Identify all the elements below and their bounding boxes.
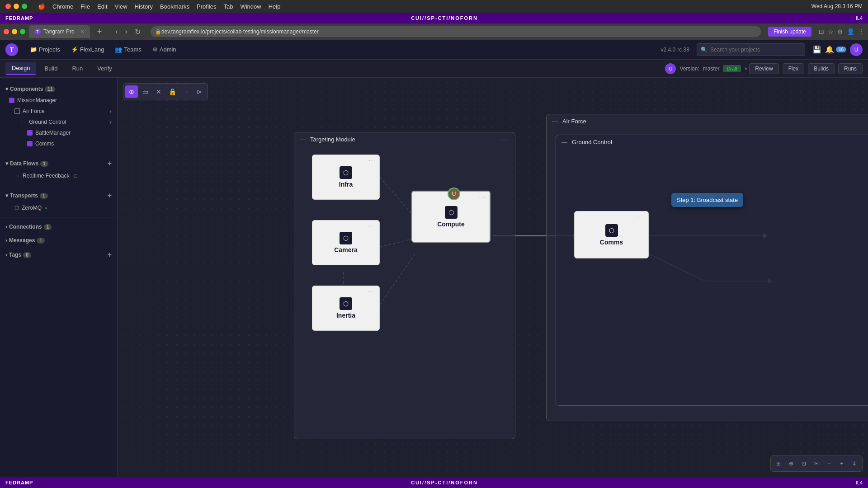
canvas-tool-lock[interactable]: 🔒 (166, 85, 179, 98)
targeting-module-collapse[interactable]: — (300, 136, 306, 143)
mini-tool-screenshot[interactable]: ✂ (811, 458, 822, 469)
browser-tab[interactable]: T Tangram Pro ✕ (29, 25, 90, 38)
mac-menu-edit[interactable]: Edit (97, 3, 107, 10)
bookmark-icon[interactable]: ☆ (828, 28, 834, 35)
mac-menu-view[interactable]: View (115, 3, 127, 10)
version-label: Version: (679, 66, 699, 72)
mac-menu-window[interactable]: Window (240, 3, 261, 10)
cast-icon[interactable]: ⊡ (819, 28, 824, 35)
refresh-button[interactable]: ↻ (132, 27, 143, 37)
maximize-button[interactable] (22, 4, 27, 9)
mac-menu-history[interactable]: History (135, 3, 153, 10)
airforce-collapse[interactable]: — (552, 118, 558, 125)
canvas-tool-rectangle[interactable]: ▭ (139, 85, 151, 98)
back-button[interactable]: ‹ (113, 27, 120, 37)
mini-tool-download[interactable]: ⇓ (849, 458, 860, 469)
dataflows-add-icon[interactable]: + (108, 160, 112, 168)
infra-node[interactable]: ··· ⬡ Infra (312, 155, 380, 200)
mac-menu-tab[interactable]: Tab (223, 3, 233, 10)
comms-node[interactable]: ··· ⬡ Comms (574, 211, 649, 258)
finish-update-button[interactable]: Finish update (768, 27, 811, 37)
browser-close[interactable] (4, 29, 9, 34)
sidebar-dataflows-header[interactable]: ▾ Data Flows 1 + (0, 157, 117, 170)
nav-teams[interactable]: 👥 Teams (110, 44, 146, 55)
close-button[interactable] (5, 4, 11, 9)
flex-button[interactable]: Flex (783, 63, 805, 74)
notifications-area[interactable]: 🔔 16 (825, 45, 846, 54)
targeting-module-header: — Targeting Module ··· (294, 132, 515, 146)
draft-badge[interactable]: Draft (723, 65, 741, 72)
review-button[interactable]: Review (749, 63, 778, 74)
nav-projects[interactable]: 📁 Projects (25, 44, 65, 55)
sidebar-item-comms[interactable]: Comms (0, 138, 117, 149)
minimize-button[interactable] (14, 4, 19, 9)
app-version: v2.4.0-rc.38 (661, 47, 689, 53)
compute-menu[interactable]: ··· (479, 194, 486, 200)
bell-icon: 🔔 (825, 45, 834, 54)
address-bar[interactable]: 🔒 dev.tangramflex.io/projects/collab-tes… (151, 26, 761, 37)
version-dropdown-icon[interactable]: ▾ (745, 66, 747, 72)
mac-menu-profiles[interactable]: Profiles (197, 3, 216, 10)
mini-tool-zoom-out[interactable]: − (823, 458, 835, 469)
tab-design[interactable]: Design (5, 62, 36, 75)
more-icon[interactable]: ⋮ (858, 28, 864, 35)
mac-menu-file[interactable]: File (80, 3, 90, 10)
profile-icon[interactable]: 👤 (847, 28, 854, 35)
forward-button[interactable]: › (123, 27, 130, 37)
canvas[interactable]: ⊕ ▭ ✕ 🔒 → ⊳ (118, 78, 868, 477)
tab-run[interactable]: Run (66, 62, 89, 75)
sidebar-connections-header[interactable]: › Connections 1 (0, 221, 117, 233)
user-avatar-toolbar[interactable]: U (665, 63, 676, 74)
save-icon[interactable]: 💾 (812, 45, 821, 54)
mac-menu-bookmarks[interactable]: Bookmarks (160, 3, 189, 10)
app-nav: 📁 Projects ⚡ FlexLang 👥 Teams ⚙ Admin (25, 44, 181, 55)
tab-build[interactable]: Build (38, 62, 64, 75)
search-projects-input[interactable]: 🔍 Search your projects (697, 43, 805, 56)
canvas-tool-select[interactable]: ⊕ (125, 85, 138, 98)
sidebar-item-zeromq[interactable]: ⬡ ZeroMQ • (0, 202, 117, 213)
canvas-tool-close[interactable]: ✕ (152, 85, 165, 98)
window-controls[interactable] (5, 4, 27, 9)
inertia-node[interactable]: ··· ⬡ Inertia (312, 286, 380, 331)
tab-close-icon[interactable]: ✕ (80, 28, 85, 35)
mini-tool-grid[interactable]: ⊞ (773, 458, 784, 469)
mini-tool-zoom-in[interactable]: + (836, 458, 848, 469)
browser-minimize[interactable] (12, 29, 17, 34)
extensions-icon[interactable]: ⚙ (837, 28, 843, 35)
sidebar-item-missionmanager[interactable]: MissionManager (0, 95, 117, 106)
sidebar-tags-header[interactable]: › Tags 0 + (0, 248, 117, 262)
camera-label: Camera (334, 246, 357, 253)
sidebar-messages-header[interactable]: › Messages 1 (0, 235, 117, 246)
sidebar-transports-header[interactable]: ▾ Transports 1 + (0, 189, 117, 202)
user-avatar[interactable]: U (850, 43, 863, 56)
ground-control-collapse[interactable]: — (561, 139, 567, 145)
browser-maximize[interactable] (20, 29, 25, 34)
tab-verify[interactable]: Verify (91, 62, 118, 75)
nav-admin[interactable]: ⚙ Admin (148, 44, 181, 55)
inertia-menu[interactable]: ··· (369, 289, 376, 294)
camera-menu[interactable]: ··· (369, 223, 376, 229)
sidebar-item-airforce[interactable]: Air Force ▾ (0, 106, 117, 117)
missionmanager-icon (9, 98, 14, 103)
infra-menu[interactable]: ··· (369, 158, 376, 163)
new-tab-button[interactable]: + (94, 27, 106, 37)
targeting-module-menu[interactable]: ··· (502, 136, 509, 143)
camera-node[interactable]: ··· ⬡ Camera (312, 220, 380, 265)
canvas-tool-import[interactable]: → (179, 85, 192, 98)
nav-flexlang[interactable]: ⚡ FlexLang (66, 44, 108, 55)
mac-menu-apple[interactable]: 🍎 (38, 3, 45, 10)
mac-menu-help[interactable]: Help (269, 3, 281, 10)
tags-add-icon[interactable]: + (108, 251, 112, 259)
mini-tool-center[interactable]: ⊕ (785, 458, 797, 469)
builds-button[interactable]: Builds (808, 63, 835, 74)
canvas-tool-export[interactable]: ⊳ (193, 85, 206, 98)
mac-menu-chrome[interactable]: Chrome (52, 3, 73, 10)
sidebar-item-battlemanager[interactable]: BattleManager (0, 127, 117, 138)
mini-tool-fit[interactable]: ⊡ (798, 458, 810, 469)
sidebar-item-groundcontrol[interactable]: Ground Control ▾ (0, 117, 117, 127)
sidebar-components-header[interactable]: ▾ Components 11 (0, 83, 117, 95)
runs-button[interactable]: Runs (838, 63, 863, 74)
comms-menu[interactable]: ··· (638, 214, 645, 220)
sidebar-item-realtimefeedback[interactable]: ↔ Realtime Feedback ⬡ (0, 170, 117, 181)
transports-add-icon[interactable]: + (108, 192, 112, 200)
